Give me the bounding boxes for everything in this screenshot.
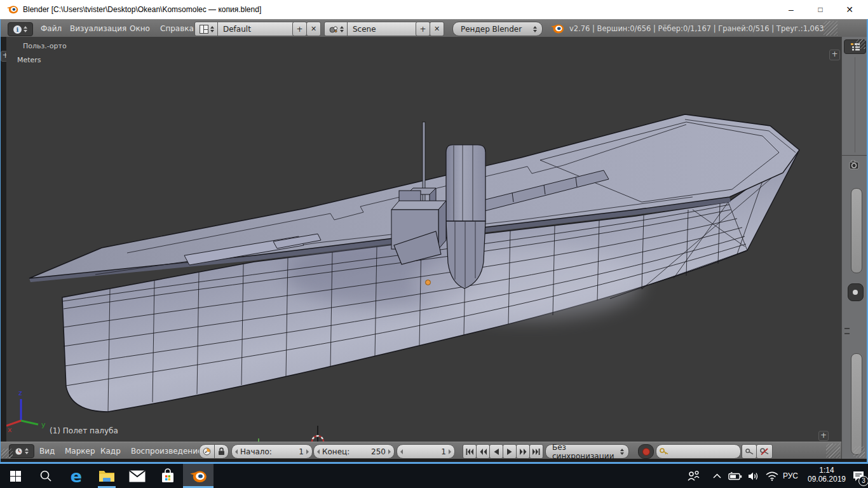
decrement-arrow-icon[interactable] xyxy=(235,449,238,454)
increment-arrow-icon[interactable] xyxy=(306,449,309,454)
area-resize-corner[interactable] xyxy=(856,39,865,49)
play-reverse-button[interactable] xyxy=(489,444,503,459)
key-remove-icon xyxy=(760,447,769,456)
collapsed-panel-button[interactable] xyxy=(848,283,864,301)
render-engine-arrows xyxy=(533,26,537,32)
tray-overflow-button[interactable] xyxy=(708,464,726,488)
key-add-icon xyxy=(745,448,754,456)
render-engine-dropdown[interactable]: Рендер Blender xyxy=(452,22,543,36)
frame-end-field[interactable]: Конец: 250 xyxy=(313,444,395,459)
volume-tray-button[interactable] xyxy=(745,464,763,488)
keying-set-field[interactable] xyxy=(656,444,741,459)
area-resize-corner[interactable] xyxy=(826,444,840,458)
blender-taskbar-icon xyxy=(189,468,207,484)
jump-to-end-button[interactable] xyxy=(529,444,543,459)
prev-keyframe-button[interactable] xyxy=(476,444,490,459)
layout-name-field[interactable]: Default xyxy=(217,22,294,36)
wifi-tray-button[interactable] xyxy=(763,464,782,488)
minimize-icon: – xyxy=(789,4,794,15)
viewport-3d[interactable]: Польз.-орто Meters (1) Полет палуба z y … xyxy=(6,37,841,442)
add-scene-button[interactable]: + xyxy=(416,22,430,36)
timeline-editor-selector[interactable] xyxy=(9,444,34,458)
scrollbar-track xyxy=(855,57,855,152)
people-tray-button[interactable] xyxy=(681,464,707,488)
editor-selector-arrows xyxy=(24,26,27,32)
timeline-menu-marker[interactable]: Маркер xyxy=(64,442,97,460)
preview-range-button[interactable] xyxy=(199,444,215,459)
object-origin-dot[interactable] xyxy=(425,280,431,285)
close-button[interactable]: ✕ xyxy=(835,0,864,19)
edge-taskbar-button[interactable]: e xyxy=(61,464,92,488)
area-resize-corner[interactable] xyxy=(824,21,837,36)
camera-icon[interactable] xyxy=(849,160,861,170)
info-editor-icon: i xyxy=(13,25,22,34)
ship-model[interactable] xyxy=(6,37,841,442)
menu-window[interactable]: Окно xyxy=(128,20,151,37)
search-button[interactable] xyxy=(31,464,61,488)
frame-start-label: Начало: xyxy=(240,447,272,456)
close-icon: ✕ xyxy=(311,25,316,33)
insert-keyframe-button[interactable] xyxy=(742,444,757,459)
screen: { "window": { "title": "Blender [C:\\Use… xyxy=(0,0,868,488)
jump-to-start-button[interactable] xyxy=(463,444,477,459)
action-center-button[interactable]: 3 xyxy=(849,464,868,488)
scene-name: Scene xyxy=(353,25,376,34)
language-indicator[interactable]: РУС xyxy=(783,471,798,480)
start-button[interactable] xyxy=(0,464,31,488)
menu-help[interactable]: Справка xyxy=(159,20,195,37)
battery-tray-button[interactable] xyxy=(726,464,745,488)
timeline-menu-frame[interactable]: Кадр xyxy=(99,442,122,460)
volume-icon xyxy=(748,471,759,481)
store-taskbar-button[interactable] xyxy=(153,464,183,488)
scene-name-field[interactable]: Scene xyxy=(347,22,417,36)
explorer-taskbar-button[interactable] xyxy=(92,464,122,488)
play-button[interactable] xyxy=(503,444,517,459)
minimize-button[interactable]: – xyxy=(776,0,806,19)
timeline-menu-view[interactable]: Вид xyxy=(38,442,56,460)
delete-layout-button[interactable]: ✕ xyxy=(306,22,321,36)
sync-mode-dropdown[interactable]: Без синхронизации xyxy=(545,444,629,459)
decrement-arrow-icon[interactable] xyxy=(400,449,403,454)
delete-scene-button[interactable]: ✕ xyxy=(430,22,444,36)
blender-taskbar-button[interactable] xyxy=(183,464,214,488)
editor-type-selector[interactable]: i xyxy=(8,22,33,36)
increment-arrow-icon[interactable] xyxy=(388,449,391,454)
maximize-button[interactable]: □ xyxy=(806,0,835,19)
region-open-button[interactable]: + xyxy=(818,431,829,441)
timeline-menu-playback[interactable]: Воспроизведение xyxy=(130,442,203,460)
menu-render[interactable]: Визуализация xyxy=(69,20,128,37)
frame-start-value: 1 xyxy=(299,447,304,456)
frame-start-field[interactable]: Начало: 1 xyxy=(231,444,313,459)
screen-layout-selector[interactable] xyxy=(194,22,219,36)
next-keyframe-button[interactable] xyxy=(516,444,530,459)
increment-arrow-icon[interactable] xyxy=(449,449,451,454)
delete-keyframe-button[interactable] xyxy=(756,444,773,459)
auto-keyframe-button[interactable] xyxy=(638,444,654,459)
properties-region-open-button[interactable]: + xyxy=(829,50,840,60)
windows-taskbar: e xyxy=(0,464,868,488)
current-frame-field[interactable]: 1 xyxy=(397,444,455,459)
axis-y-label: y xyxy=(41,421,46,429)
record-icon xyxy=(642,448,650,456)
close-icon: ✕ xyxy=(434,25,440,33)
plus-icon: + xyxy=(419,25,426,34)
scrollbar-thumb[interactable] xyxy=(851,188,862,273)
add-layout-button[interactable]: + xyxy=(292,22,307,36)
axis-gizmo: z y x xyxy=(6,388,64,432)
scene-selector[interactable] xyxy=(324,22,348,36)
blender-logo-icon xyxy=(6,4,18,15)
lock-time-button[interactable] xyxy=(214,444,229,459)
editor-selector-arrows xyxy=(25,448,29,454)
decrement-arrow-icon[interactable] xyxy=(317,449,320,454)
menu-file[interactable]: Файл xyxy=(39,20,63,37)
frame-end-label: Конец: xyxy=(322,447,349,456)
edge-icon: e xyxy=(71,468,82,485)
area-resize-corner[interactable] xyxy=(853,446,865,458)
scrollbar-thumb[interactable] xyxy=(851,353,862,455)
window-titlebar[interactable]: Blender [C:\Users\tvister\Desktop\Okean\… xyxy=(0,0,868,19)
plus-icon: + xyxy=(831,50,837,58)
clock-icon xyxy=(15,447,23,456)
mail-taskbar-button[interactable] xyxy=(122,464,153,488)
area-resize-corner[interactable] xyxy=(1,449,13,458)
clock-tray-button[interactable]: 1:14 09.06.2019 xyxy=(806,466,848,486)
